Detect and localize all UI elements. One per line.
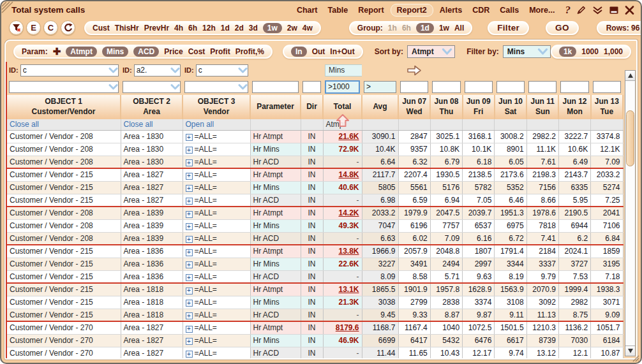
resize-grip-icon[interactable] [629, 352, 639, 362]
range-6h[interactable]: 6h [188, 24, 197, 33]
expand-plus-icon[interactable]: + [186, 249, 193, 256]
object2-value-filter[interactable] [123, 81, 181, 93]
object2-id-filter[interactable] [134, 64, 181, 76]
go-button[interactable]: GO [546, 21, 579, 35]
expand-plus-icon[interactable]: + [186, 338, 193, 345]
expand-plus-icon[interactable]: + [186, 185, 193, 192]
refresh-button[interactable] [61, 20, 75, 35]
range-3d[interactable]: 3d [249, 24, 258, 33]
expand-plus-icon[interactable]: + [186, 312, 193, 319]
range-1w[interactable]: 1w [263, 23, 282, 33]
resize-grip-icon[interactable] [1, 1, 14, 14]
param-profit[interactable]: Profit,% [235, 47, 264, 56]
close-icon[interactable] [625, 6, 634, 15]
menu-item-more[interactable]: More... [525, 4, 558, 16]
scrollbar-track[interactable] [625, 81, 635, 346]
object1-id-filter[interactable] [20, 64, 119, 76]
clear-filter-button[interactable] [9, 20, 24, 35]
range-2d[interactable]: 2d [235, 24, 244, 33]
direction-in[interactable]: In [291, 47, 307, 57]
column-header-jun-11[interactable]: Jun 11Sun [526, 95, 558, 119]
group-all[interactable]: All [454, 24, 464, 33]
param-atmpt[interactable]: Atmpt [66, 47, 97, 57]
object3-value-filter-input[interactable] [185, 82, 238, 91]
param-mins[interactable]: Mins [102, 47, 128, 57]
date-filter-input[interactable] [432, 81, 460, 93]
expand-plus-icon[interactable]: + [186, 134, 193, 141]
edit-pencil-icon[interactable] [576, 5, 586, 15]
expand-plus-icon[interactable]: + [186, 300, 193, 307]
total-condition-input[interactable] [325, 80, 360, 94]
date-filter-input[interactable] [593, 81, 621, 93]
menu-item-chart[interactable]: Chart [293, 4, 322, 16]
range-12h[interactable]: 12h [202, 24, 216, 33]
close-all-link[interactable]: Close all [10, 120, 39, 129]
parameter-filter-input[interactable] [252, 81, 299, 93]
object1-id-filter-input[interactable] [21, 66, 108, 75]
chevron-down-icon[interactable] [238, 84, 248, 90]
expand-plus-icon[interactable]: + [186, 236, 193, 243]
dir-filter-input[interactable] [302, 81, 321, 93]
chevron-down-icon[interactable] [170, 84, 180, 90]
column-header-jun-09[interactable]: Jun 09Fri [463, 95, 495, 119]
total-drilldown-link[interactable]: 21.6K [338, 132, 359, 141]
date-filter-input[interactable] [400, 81, 428, 93]
column-header-object-3[interactable]: OBJECT 3Vendor [183, 95, 250, 119]
column-header-jun-10[interactable]: Jun 10Sat [495, 95, 526, 119]
expand-plus-icon[interactable]: + [186, 211, 193, 218]
sort-ascending-arrow-icon[interactable] [334, 114, 351, 127]
object1-value-filter-input[interactable] [10, 82, 108, 91]
apply-filter-arrow-icon[interactable] [407, 65, 422, 76]
expand-plus-icon[interactable]: + [186, 173, 193, 180]
threshold-1000[interactable]: 1000 [581, 47, 599, 56]
menu-item-report[interactable]: Report [354, 4, 387, 16]
scrollbar-thumb[interactable] [626, 110, 634, 166]
expand-plus-icon[interactable]: + [186, 288, 193, 295]
total-drilldown-link[interactable]: 14.8K [338, 170, 359, 179]
column-header-jun-07[interactable]: Jun 07Wed [398, 95, 430, 119]
column-header-jun-13[interactable]: Jun 13Tue [591, 95, 623, 119]
collapse-chevrons-icon[interactable] [592, 6, 603, 15]
range-prevhr[interactable]: PrevHr [144, 24, 169, 33]
range-thishr[interactable]: ThisHr [115, 24, 139, 33]
chevron-down-icon[interactable] [170, 68, 180, 73]
param-profit[interactable]: Profit [210, 47, 230, 56]
sort-by-select[interactable]: Atmpt [407, 45, 455, 58]
menu-item-table[interactable]: Table [324, 4, 352, 16]
object3-id-filter[interactable] [196, 64, 248, 76]
open-all-link[interactable]: Open all [186, 120, 214, 129]
range-4h[interactable]: 4h [174, 24, 183, 33]
expand-plus-icon[interactable]: + [186, 326, 193, 333]
avg-condition-input[interactable] [364, 81, 396, 93]
date-filter-input[interactable] [560, 81, 588, 93]
menu-item-alerts[interactable]: Alerts [436, 4, 466, 16]
column-header-jun-12[interactable]: Jun 12Mon [558, 95, 590, 119]
range-1d[interactable]: 1d [221, 24, 230, 33]
total-drilldown-link[interactable]: 8179.6 [336, 323, 359, 332]
column-header-object-2[interactable]: OBJECT 2Area [121, 95, 183, 119]
add-param-icon[interactable]: ✚ [53, 47, 61, 56]
filter-button[interactable]: Filter [488, 21, 529, 35]
column-header-dir[interactable]: Dir [301, 95, 323, 119]
total-drilldown-link[interactable]: 13.1K [338, 285, 359, 294]
direction-in-out[interactable]: In+Out [330, 47, 354, 56]
expand-plus-icon[interactable]: + [186, 351, 193, 358]
menu-item-calls[interactable]: Calls [496, 4, 523, 16]
expand-plus-icon[interactable]: + [186, 261, 193, 268]
help-icon[interactable]: ? [565, 4, 571, 17]
date-filter-input[interactable] [465, 81, 493, 93]
menu-item-cdr[interactable]: CDR [468, 4, 493, 16]
filter-by-select[interactable]: Mins [503, 45, 551, 58]
date-filter-input[interactable] [496, 81, 525, 93]
column-header-total[interactable]: Total [323, 95, 362, 119]
param-cost[interactable]: Cost [188, 47, 205, 56]
column-header-jun-08[interactable]: Jun 08Thu [430, 95, 462, 119]
expand-plus-icon[interactable]: + [186, 274, 193, 281]
object3-id-filter-input[interactable] [197, 66, 238, 75]
object2-id-filter-input[interactable] [135, 66, 170, 75]
expand-plus-icon[interactable]: + [186, 147, 193, 154]
date-filter-input[interactable] [528, 81, 556, 93]
group-1w[interactable]: 1w [439, 24, 449, 33]
object3-value-filter[interactable] [184, 81, 248, 93]
chevron-down-icon[interactable] [238, 68, 248, 73]
